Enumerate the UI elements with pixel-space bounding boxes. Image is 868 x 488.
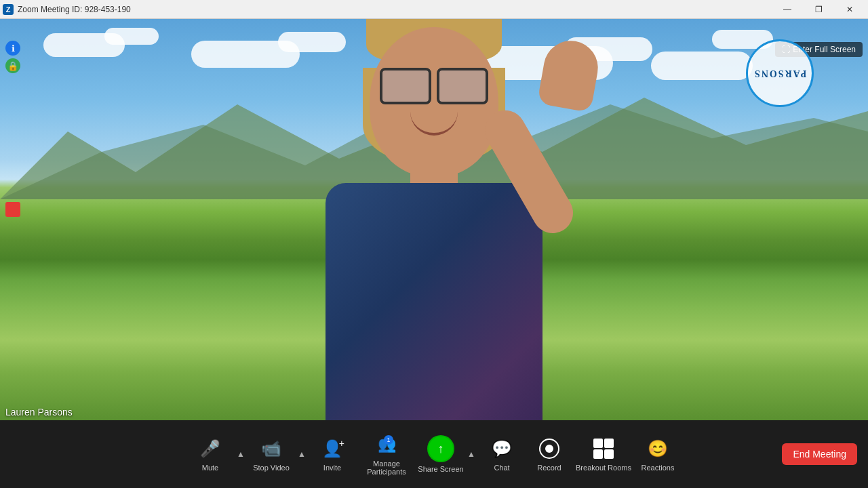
video-pair: 📹 Stop Video ▲ [248, 427, 309, 481]
mute-chevron-icon: ▲ [237, 449, 245, 459]
record-icon [537, 436, 561, 461]
mute-button[interactable]: 🎤 Mute [186, 427, 234, 481]
share-arrow-button[interactable]: ▲ [465, 427, 478, 481]
mute-arrow-button[interactable]: ▲ [234, 427, 248, 481]
recording-indicator [5, 202, 20, 217]
info-icons: ℹ 🔒 [5, 41, 20, 73]
titlebar-left: Zoom Meeting ID: 928-453-190 [3, 4, 131, 15]
video-arrow-button[interactable]: ▲ [295, 427, 309, 481]
participant-count-badge: 1 [384, 435, 393, 445]
chat-label: Chat [494, 464, 509, 472]
window-controls[interactable]: — ❐ ✕ [772, 0, 865, 19]
end-meeting-button[interactable]: End Meeting [782, 443, 857, 465]
zoom-app-icon [3, 4, 14, 15]
share-screen-button[interactable]: ↑ Share Screen [417, 427, 465, 481]
invite-label: Invite [323, 464, 341, 472]
manage-participants-button[interactable]: 👥 1 Manage Participants [356, 427, 417, 481]
share-chevron-icon: ▲ [467, 449, 475, 459]
mute-pair: 🎤 Mute ▲ [186, 427, 248, 481]
minimize-button[interactable]: — [772, 0, 803, 19]
title-bar: Zoom Meeting ID: 928-453-190 — ❐ ✕ [0, 0, 868, 19]
breakout-cell-1 [593, 439, 603, 448]
chat-button[interactable]: 💬 Chat [478, 427, 526, 481]
invite-icon: 👤+ [320, 436, 344, 461]
reactions-icon: 😊 [646, 436, 670, 461]
window-title: Zoom Meeting ID: 928-453-190 [18, 5, 131, 14]
stop-video-button[interactable]: 📹 Stop Video [248, 427, 295, 481]
person-hand-right [537, 37, 602, 113]
parsons-logo: PARSONS [746, 39, 814, 107]
record-button[interactable]: Record [526, 427, 573, 481]
person-body [326, 183, 542, 420]
breakout-rooms-button[interactable]: Breakout Rooms [573, 427, 634, 481]
speaker-name-label: Lauren Parsons [5, 407, 73, 418]
person-figure [258, 19, 610, 420]
breakout-cell-2 [604, 439, 614, 448]
video-person [0, 19, 868, 420]
reactions-label: Reactions [642, 464, 675, 472]
logo-ring [746, 39, 814, 107]
video-chevron-icon: ▲ [298, 449, 306, 459]
mute-label: Mute [202, 464, 218, 472]
logo-circle: PARSONS [746, 39, 814, 107]
share-screen-pair: ↑ Share Screen ▲ [417, 427, 478, 481]
share-screen-icon: ↑ [427, 435, 454, 462]
meeting-toolbar: 🎤 Mute ▲ 📹 Stop Video ▲ 👤+ Invite 👥 1 Ma… [0, 420, 868, 488]
info-icon-blue[interactable]: ℹ [5, 41, 20, 56]
manage-participants-label: Manage Participants [356, 460, 417, 476]
breakout-grid-icon [593, 439, 614, 459]
video-area: ℹ 🔒 Lauren Parsons ⛶ Enter Full Screen P… [0, 19, 868, 420]
chat-icon: 💬 [490, 436, 514, 461]
restore-button[interactable]: ❐ [803, 0, 834, 19]
invite-button[interactable]: 👤+ Invite [309, 427, 356, 481]
breakout-cell-4 [604, 449, 614, 459]
video-camera-icon: 📹 [259, 436, 283, 461]
record-circle [539, 439, 559, 459]
participants-icon: 👥 1 [374, 432, 399, 457]
record-label: Record [537, 464, 561, 472]
microphone-icon: 🎤 [198, 436, 222, 461]
person-glasses [380, 68, 488, 102]
breakout-rooms-label: Breakout Rooms [576, 464, 631, 472]
breakout-rooms-icon [591, 436, 616, 461]
reactions-button[interactable]: 😊 Reactions [634, 427, 682, 481]
info-icon-green[interactable]: 🔒 [5, 58, 20, 73]
breakout-cell-3 [593, 449, 603, 459]
stop-video-label: Stop Video [253, 464, 290, 472]
close-button[interactable]: ✕ [834, 0, 865, 19]
record-dot [545, 445, 553, 453]
share-screen-label: Share Screen [418, 465, 463, 473]
